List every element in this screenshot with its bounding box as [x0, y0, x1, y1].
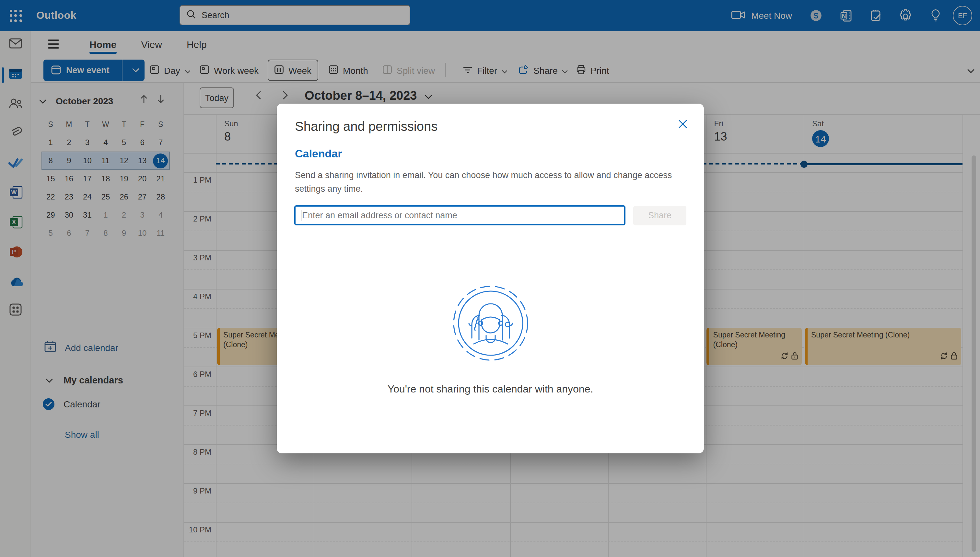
dialog-title: Sharing and permissions	[295, 119, 438, 134]
share-email-input[interactable]: Enter an email address or contact name	[294, 205, 626, 225]
text-caret	[301, 210, 301, 221]
dialog-section-title: Calendar	[295, 148, 342, 161]
sharing-empty-state-illustration	[451, 284, 529, 362]
sharing-empty-state-text: You're not sharing this calendar with an…	[277, 383, 704, 395]
close-icon	[678, 119, 688, 131]
outlook-calendar-app: Outlook Search Meet Now S N	[0, 0, 980, 557]
dialog-share-button-disabled[interactable]: Share	[633, 206, 686, 225]
dialog-close-button[interactable]	[674, 117, 691, 134]
dialog-description: Send a sharing invitation in email. You …	[295, 169, 681, 195]
share-email-placeholder: Enter an email address or contact name	[302, 210, 457, 220]
sharing-permissions-dialog: Sharing and permissions Calendar Send a …	[277, 104, 704, 453]
